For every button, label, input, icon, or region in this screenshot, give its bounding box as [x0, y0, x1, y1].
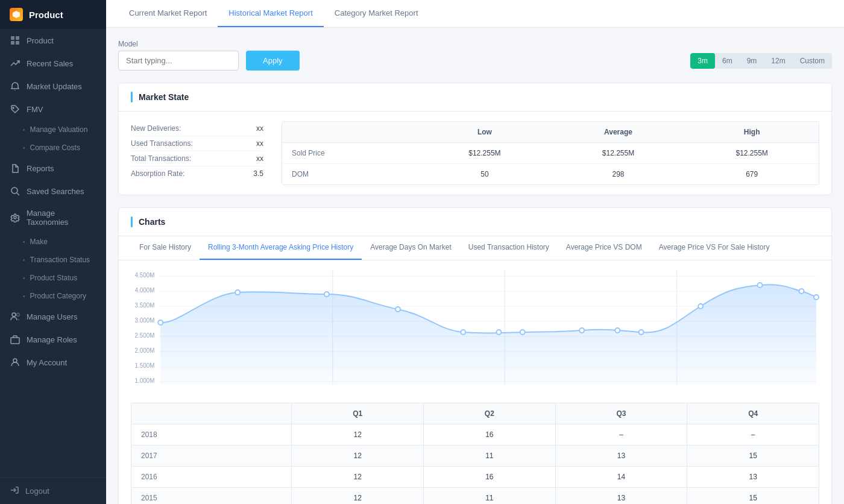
accent-bar — [131, 92, 133, 102]
row-q2: 16 — [423, 424, 555, 445]
chart-tab-avg-dom[interactable]: Average Days On Market — [362, 236, 460, 260]
user-group-icon — [10, 311, 20, 322]
svg-point-36 — [324, 292, 329, 297]
data-table: Q1 Q2 Q3 Q4 2018 12 16 – – — [131, 403, 819, 504]
data-table-header-q3: Q3 — [555, 403, 687, 424]
row-q3: 14 — [555, 466, 687, 487]
svg-point-10 — [12, 313, 16, 317]
chart-tab-avg-price-dom[interactable]: Average Price VS DOM — [558, 236, 650, 260]
svg-text:2.500M: 2.500M — [135, 332, 155, 339]
row-q1: 12 — [292, 424, 424, 445]
logout-button[interactable]: Logout — [0, 477, 106, 504]
price-table-header-1: Low — [418, 122, 552, 143]
charts-tabs: For Sale History Rolling 3-Month Average… — [119, 236, 831, 260]
row-q2: 11 — [423, 487, 555, 504]
chart-tab-used-transaction[interactable]: Used Transaction History — [460, 236, 558, 260]
tab-current-market[interactable]: Current Market Report — [118, 0, 218, 27]
sidebar-item-product[interactable]: Product — [0, 29, 106, 52]
market-state-grid: New Deliveries: xx Used Transactions: xx… — [131, 121, 819, 185]
row-year: 2017 — [131, 445, 292, 466]
svg-text:1.000M: 1.000M — [135, 377, 155, 384]
time-btn-3m[interactable]: 3m — [690, 53, 715, 69]
row-q4: – — [687, 424, 819, 445]
sidebar-item-reports[interactable]: Reports — [0, 157, 106, 180]
row-year: 2016 — [131, 466, 292, 487]
svg-point-44 — [698, 304, 703, 309]
chart-tab-for-sale[interactable]: For Sale History — [131, 236, 200, 260]
chart-tab-avg-price-sale[interactable]: Average Price VS For Sale History — [650, 236, 778, 260]
row-q3: – — [555, 424, 687, 445]
sidebar-item-my-account[interactable]: My Account — [0, 351, 106, 374]
sidebar-item-label: Manage Users — [27, 312, 78, 321]
svg-text:4.500M: 4.500M — [135, 272, 155, 279]
time-btn-custom[interactable]: Custom — [793, 53, 832, 69]
charts-title: Charts — [139, 217, 165, 227]
dom-row-low: 50 — [418, 164, 552, 185]
stat-value: xx — [256, 139, 263, 148]
svg-point-9 — [14, 216, 16, 219]
sidebar-item-manage-users[interactable]: Manage Users — [0, 305, 106, 328]
market-state-title: Market State — [139, 92, 189, 102]
sidebar-item-label: Reports — [27, 164, 54, 173]
model-input[interactable] — [118, 51, 239, 71]
time-btn-9m[interactable]: 9m — [740, 53, 764, 69]
svg-point-11 — [17, 313, 20, 317]
stat-row: Total Transactions: xx — [131, 151, 263, 166]
svg-point-35 — [235, 290, 240, 295]
apply-button[interactable]: Apply — [246, 51, 300, 71]
svg-point-37 — [395, 307, 400, 312]
svg-text:2.000M: 2.000M — [135, 347, 155, 354]
svg-rect-4 — [16, 41, 19, 45]
chart-svg: 4.500M 4.000M 3.500M 3.000M 2.500M 2.000… — [131, 270, 819, 391]
data-table-header-q1: Q1 — [292, 403, 424, 424]
logo-icon — [10, 8, 23, 21]
dom-row-high: 679 — [685, 164, 819, 185]
time-btn-6m[interactable]: 6m — [715, 53, 740, 69]
market-state-header: Market State — [119, 83, 831, 112]
tab-category-market[interactable]: Category Market Report — [324, 0, 429, 27]
sidebar-sub-item-product-category[interactable]: Product Category — [0, 287, 106, 305]
person-icon — [10, 357, 20, 368]
svg-point-39 — [496, 330, 501, 335]
market-state-card: Market State New Deliveries: xx Used Tra… — [118, 83, 832, 195]
sidebar-sub-item-product-status[interactable]: Product Status — [0, 269, 106, 287]
svg-point-6 — [13, 107, 14, 109]
chart-container: 4.500M 4.000M 3.500M 3.000M 2.500M 2.000… — [119, 260, 831, 504]
svg-point-45 — [758, 283, 763, 288]
stat-label: New Deliveries: — [131, 124, 181, 133]
trending-up-icon — [10, 58, 20, 69]
sidebar-item-market-updates[interactable]: Market Updates — [0, 75, 106, 98]
row-q4: 15 — [687, 487, 819, 504]
sidebar-sub-item-make[interactable]: Make — [0, 233, 106, 251]
model-input-wrap: Model — [118, 40, 239, 71]
data-table-header-year — [131, 403, 292, 424]
sub-item-label: Product Category — [30, 292, 86, 300]
stat-row: New Deliveries: xx — [131, 121, 263, 136]
price-table-header-2: Average — [552, 122, 685, 143]
sidebar-item-recent-sales[interactable]: Recent Sales — [0, 52, 106, 75]
data-table-header-q2: Q2 — [423, 403, 555, 424]
sidebar-item-label: Saved Searches — [27, 187, 84, 196]
tab-historical-market[interactable]: Historical Market Report — [218, 0, 323, 27]
sidebar-sub-item-manage-valuation[interactable]: Manage Valuation — [0, 121, 106, 139]
sidebar-sub-item-compare-costs[interactable]: Compare Costs — [0, 139, 106, 157]
sidebar-item-saved-searches[interactable]: Saved Searches — [0, 180, 106, 203]
sidebar-item-manage-roles[interactable]: Manage Roles — [0, 328, 106, 351]
price-table: Low Average High Sold Price $12.255M $12… — [282, 121, 819, 185]
model-label: Model — [118, 40, 239, 48]
svg-rect-3 — [11, 41, 14, 45]
time-btn-12m[interactable]: 12m — [764, 53, 792, 69]
sub-item-label: Product Status — [30, 274, 78, 282]
tag-icon — [10, 104, 20, 115]
chart-tab-rolling-3m[interactable]: Rolling 3-Month Average Asking Price His… — [200, 236, 362, 260]
svg-text:3.000M: 3.000M — [135, 317, 155, 324]
svg-point-34 — [158, 320, 163, 325]
sidebar-item-fmv[interactable]: FMV — [0, 98, 106, 121]
sidebar-item-manage-taxonomies[interactable]: Manage Taxonomies — [0, 203, 106, 233]
svg-point-46 — [799, 289, 804, 294]
svg-rect-1 — [11, 36, 14, 40]
sidebar-item-label: FMV — [27, 105, 43, 114]
svg-point-43 — [639, 330, 644, 335]
data-table-row: 2016 12 16 14 13 — [131, 466, 819, 487]
sidebar-sub-item-transaction-status[interactable]: Transaction Status — [0, 251, 106, 269]
